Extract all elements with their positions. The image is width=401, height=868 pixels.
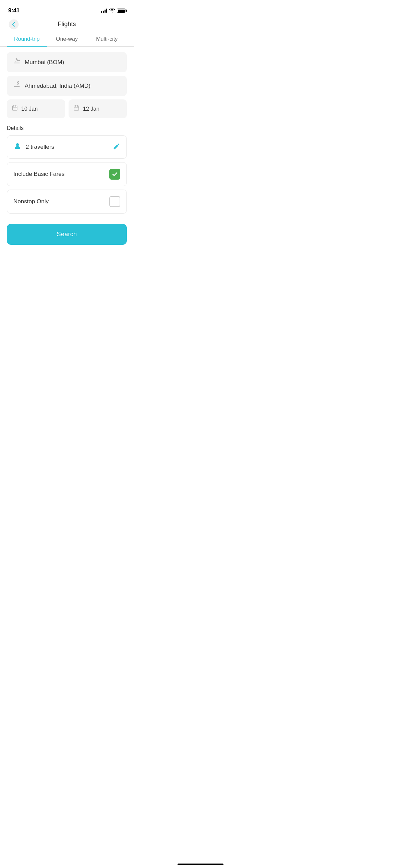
svg-point-0 xyxy=(9,19,19,29)
include-basic-fares-label: Include Basic Fares xyxy=(13,171,64,178)
search-button[interactable]: Search xyxy=(7,224,127,245)
calendar-depart-icon xyxy=(12,105,18,113)
back-button[interactable] xyxy=(7,17,21,31)
calendar-return-icon xyxy=(73,105,80,113)
status-time: 9:41 xyxy=(8,7,20,14)
person-icon xyxy=(13,142,22,152)
status-icons xyxy=(101,9,125,13)
date-row: 10 Jan 12 Jan xyxy=(7,99,127,118)
search-button-wrap: Search xyxy=(0,217,134,245)
travellers-row[interactable]: 2 travellers xyxy=(7,135,127,159)
destination-text: Ahmedabad, India (AMD) xyxy=(25,83,90,89)
page-title: Flights xyxy=(58,21,76,28)
svg-rect-1 xyxy=(12,106,17,110)
depart-date-text: 10 Jan xyxy=(21,106,38,112)
return-date-text: 12 Jan xyxy=(83,106,99,112)
tab-multi-city[interactable]: Multi-city xyxy=(87,32,127,46)
include-basic-fares-row[interactable]: Include Basic Fares xyxy=(7,162,127,186)
destination-field[interactable]: Ahmedabad, India (AMD) xyxy=(7,76,127,96)
landing-icon xyxy=(13,81,21,91)
travellers-count: 2 travellers xyxy=(26,144,54,150)
wifi-icon xyxy=(109,9,115,13)
depart-date-field[interactable]: 10 Jan xyxy=(7,99,65,118)
tab-round-trip[interactable]: Round-trip xyxy=(7,32,47,46)
travellers-left: 2 travellers xyxy=(13,142,54,152)
return-date-field[interactable]: 12 Jan xyxy=(69,99,127,118)
nonstop-only-row[interactable]: Nonstop Only xyxy=(7,190,127,214)
status-bar: 9:41 xyxy=(0,0,134,16)
battery-icon xyxy=(117,9,125,13)
trip-type-tabs: Round-trip One-way Multi-city xyxy=(0,32,134,47)
origin-text: Mumbai (BOM) xyxy=(25,59,64,66)
flight-form: Mumbai (BOM) Ahmedabad, India (AMD) 10 J… xyxy=(0,52,134,214)
header: Flights xyxy=(0,16,134,32)
origin-field[interactable]: Mumbai (BOM) xyxy=(7,52,127,72)
takeoff-icon xyxy=(13,58,21,67)
svg-point-9 xyxy=(16,143,19,146)
edit-icon[interactable] xyxy=(113,143,120,152)
nonstop-only-label: Nonstop Only xyxy=(13,198,49,205)
signal-icon xyxy=(101,9,107,13)
include-basic-fares-checkbox[interactable] xyxy=(109,169,120,180)
svg-rect-5 xyxy=(74,106,79,110)
tab-one-way[interactable]: One-way xyxy=(47,32,87,46)
nonstop-only-checkbox[interactable] xyxy=(109,196,120,207)
details-label: Details xyxy=(7,125,127,131)
